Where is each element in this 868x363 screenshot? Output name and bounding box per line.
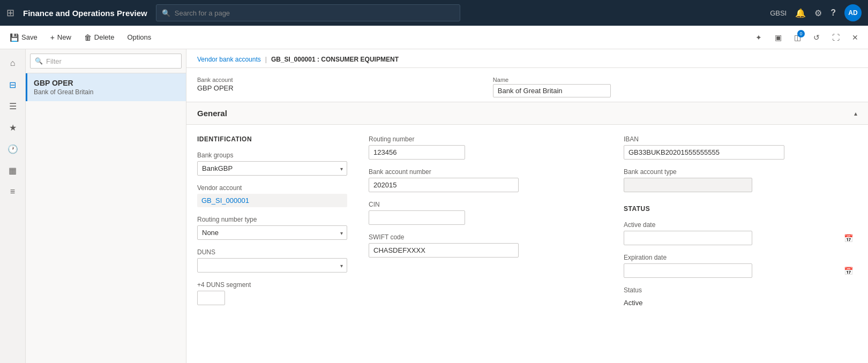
cin-input[interactable] [369, 210, 465, 225]
bank-account-type-input [624, 178, 752, 192]
sidebar-item-clock[interactable]: 🕐 [3, 139, 23, 158]
close-button[interactable]: ✕ [847, 29, 864, 46]
expiration-date-input[interactable] [624, 263, 752, 278]
status-section-label: STATUS [624, 205, 857, 213]
iban-input[interactable] [624, 145, 784, 160]
calendar-icon-active: 📅 [844, 234, 853, 243]
bank-account-value: GBP OPER [197, 84, 480, 92]
routing-number-type-group: Routing number type None ABA IFSC ▾ [197, 216, 347, 240]
active-date-input[interactable] [624, 231, 752, 245]
status-section: STATUS [624, 205, 857, 213]
sidebar-item-bullets[interactable]: ≡ [3, 182, 23, 201]
sidebar-item-table[interactable]: ▦ [3, 161, 23, 180]
expiration-date-wrap: 📅 [624, 263, 857, 278]
new-icon: + [50, 33, 55, 42]
section-general-header[interactable]: General ▴ [186, 102, 868, 125]
active-date-label: Active date [624, 221, 857, 229]
routing-number-group: Routing number [369, 135, 602, 160]
sparkle-button[interactable]: ✦ [750, 29, 767, 46]
cin-group: CIN [369, 201, 602, 225]
sidebar-item-star[interactable]: ★ [3, 118, 23, 137]
command-bar: 💾 Save + New 🗑 Delete Options ✦ ▣ ◫ 0 ↺ … [0, 26, 868, 49]
duns-segment-input[interactable] [197, 291, 225, 305]
search-bar[interactable]: 🔍 [156, 4, 460, 21]
grid-icon[interactable]: ⊞ [6, 7, 14, 19]
bank-account-number-label: Bank account number [369, 168, 602, 176]
routing-number-type-select[interactable]: None ABA IFSC [197, 225, 347, 240]
swift-code-label: SWIFT code [369, 233, 602, 241]
badge-button[interactable]: ◫ 0 [789, 29, 806, 46]
list-item-title: GBP OPER [34, 79, 179, 87]
filter-input[interactable] [46, 57, 177, 65]
sidebar-item-filter[interactable]: ⊟ [3, 75, 23, 94]
save-button[interactable]: 💾 Save [4, 29, 43, 46]
cin-label: CIN [369, 201, 602, 208]
detail-panel: Vendor bank accounts | GB_SI_000001 : CO… [186, 49, 868, 363]
delete-label: Delete [94, 33, 115, 41]
delete-icon: 🗑 [84, 33, 92, 42]
bank-account-type-group: Bank account type [624, 168, 857, 192]
options-button[interactable]: Options [122, 29, 156, 46]
main-layout: ⌂ ⊟ ☰ ★ 🕐 ▦ ≡ 🔍 GBP OPER Bank of Great B… [0, 49, 868, 363]
refresh-button[interactable]: ↺ [808, 29, 825, 46]
routing-number-input[interactable] [369, 145, 465, 160]
breadcrumb-sep: | [265, 56, 267, 63]
vendor-account-group: Vendor account GB_SI_000001 [197, 184, 347, 207]
name-input[interactable] [493, 84, 611, 97]
sidebar-item-home[interactable]: ⌂ [3, 54, 23, 73]
top-bar-actions: GBSI 🔔 ⚙ ? AD [770, 4, 862, 21]
swift-code-input[interactable] [369, 243, 519, 258]
duns-select-wrap: ▾ [197, 258, 347, 273]
section-general-title: General [197, 109, 227, 118]
panel-button[interactable]: ▣ [769, 29, 787, 46]
avatar[interactable]: AD [844, 4, 862, 21]
expiration-date-group: Expiration date 📅 [624, 254, 857, 278]
duns-label: DUNS [197, 248, 347, 256]
side-icons: ⌂ ⊟ ☰ ★ 🕐 ▦ ≡ [0, 49, 26, 363]
collapse-icon: ▴ [854, 110, 857, 117]
status-value: Active [624, 296, 857, 309]
vendor-account-label: Vendor account [197, 184, 347, 192]
bank-groups-select[interactable]: BankGBP BankUSD BankEUR [197, 161, 347, 176]
filter-icon: 🔍 [35, 57, 43, 65]
active-date-group: Active date 📅 [624, 221, 857, 245]
list-item[interactable]: GBP OPER Bank of Great Britain [26, 73, 186, 101]
bank-account-number-group: Bank account number [369, 168, 602, 192]
swift-code-group: SWIFT code [369, 233, 602, 258]
routing-col: Routing number Bank account number CIN S… [369, 135, 602, 309]
bank-groups-select-wrap: BankGBP BankUSD BankEUR ▾ [197, 161, 347, 176]
calendar-icon-expiration: 📅 [844, 267, 853, 275]
sidebar-item-list[interactable]: ☰ [3, 96, 23, 116]
breadcrumb-link[interactable]: Vendor bank accounts [197, 56, 261, 63]
iban-group: IBAN [624, 135, 857, 160]
breadcrumb-current: GB_SI_000001 : CONSUMER EQUIPMENT [271, 56, 399, 63]
bell-icon[interactable]: 🔔 [795, 8, 806, 18]
save-label: Save [21, 33, 38, 41]
active-date-wrap: 📅 [624, 231, 857, 245]
routing-number-label: Routing number [369, 135, 602, 143]
bank-groups-group: Bank groups BankGBP BankUSD BankEUR ▾ [197, 152, 347, 176]
duns-group: DUNS ▾ [197, 248, 347, 273]
bank-account-label: Bank account [197, 77, 480, 83]
bank-account-field: Bank account GBP OPER [197, 77, 480, 97]
name-field: Name [493, 77, 857, 97]
identification-col: IDENTIFICATION Bank groups BankGBP BankU… [197, 135, 347, 309]
identification-heading: IDENTIFICATION [197, 135, 347, 143]
gear-icon[interactable]: ⚙ [814, 8, 822, 18]
badge-count: 0 [797, 30, 805, 37]
delete-button[interactable]: 🗑 Delete [79, 29, 120, 46]
vendor-account-link[interactable]: GB_SI_000001 [197, 194, 347, 207]
duns-select[interactable] [197, 258, 347, 273]
new-button[interactable]: + New [45, 29, 77, 46]
bank-account-type-label: Bank account type [624, 168, 857, 176]
filter-input-wrap[interactable]: 🔍 [30, 54, 182, 69]
status-label: Status [624, 286, 857, 294]
bank-account-number-input[interactable] [369, 178, 519, 192]
user-abbr: GBSI [770, 9, 787, 17]
help-icon[interactable]: ? [830, 8, 836, 18]
expand-button[interactable]: ⛶ [827, 29, 844, 46]
section-general-body: IDENTIFICATION Bank groups BankGBP BankU… [186, 125, 868, 320]
bank-groups-label: Bank groups [197, 152, 347, 159]
search-input[interactable] [175, 9, 454, 17]
top-bar: ⊞ Finance and Operations Preview 🔍 GBSI … [0, 0, 868, 26]
